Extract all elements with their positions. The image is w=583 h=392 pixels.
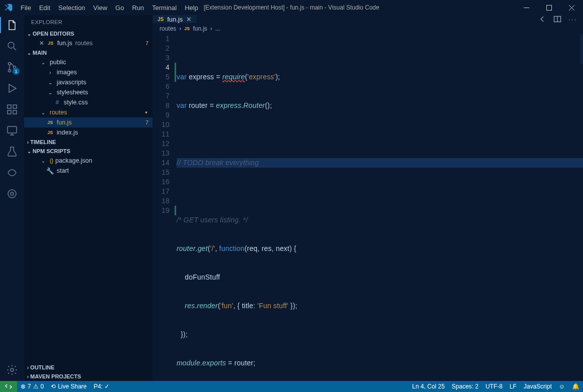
folder-label: images	[57, 69, 77, 76]
menu-run[interactable]: Run	[128, 2, 148, 14]
file-label: package.json	[55, 157, 92, 164]
maximize-button[interactable]	[538, 0, 560, 15]
svg-rect-1	[547, 5, 552, 10]
remote-indicator[interactable]	[0, 381, 17, 392]
svg-rect-7	[8, 110, 11, 114]
svg-rect-8	[13, 110, 17, 114]
svg-point-13	[11, 368, 14, 371]
file-path: routes	[75, 40, 93, 47]
section-maven[interactable]: ›MAVEN PROJECTS	[24, 372, 153, 381]
section-timeline-label: TIMELINE	[30, 139, 56, 145]
npm-script-start[interactable]: 🔧start	[24, 166, 153, 176]
problems-count: 7	[145, 40, 149, 46]
code-lines[interactable]: var express = require('express'); var ro…	[177, 34, 583, 392]
menu-help[interactable]: Help	[181, 2, 202, 14]
liveshare-status[interactable]: ⟲Live Share	[47, 381, 90, 392]
file-funjs[interactable]: JSfun.js7	[24, 117, 153, 127]
settings-gear-icon[interactable]	[6, 364, 18, 376]
svg-rect-0	[524, 8, 529, 8]
explorer-icon[interactable]	[6, 19, 18, 31]
problems-count: 7	[145, 119, 149, 125]
folder-routes[interactable]: ⌄routes•	[24, 107, 153, 117]
git-add-marker	[175, 63, 176, 82]
svg-rect-10	[8, 126, 17, 133]
close-tab-icon[interactable]: ✕	[186, 16, 192, 23]
close-button[interactable]	[560, 0, 583, 15]
npm-package-json[interactable]: ⌄{}package.json	[24, 156, 153, 166]
js-file-icon: JS	[158, 17, 164, 22]
window-title: [Extension Development Host] - fun.js - …	[204, 4, 379, 11]
source-control-icon[interactable]: 1	[6, 61, 18, 73]
code-editor[interactable]: 1234 5678 9101112 13141516 171819 var ex…	[153, 34, 583, 392]
close-file-icon[interactable]: ✕	[39, 40, 44, 47]
chevron-down-icon: ⌄	[46, 78, 54, 86]
git-add-marker	[175, 206, 176, 215]
svg-point-11	[8, 190, 16, 198]
go-back-icon[interactable]	[538, 15, 546, 23]
run-debug-icon[interactable]	[6, 82, 18, 94]
folder-javascripts[interactable]: ⌄javascripts	[24, 77, 153, 87]
menu-go[interactable]: Go	[112, 2, 127, 14]
extensions-icon[interactable]	[6, 103, 18, 115]
section-maven-label: MAVEN PROJECTS	[30, 373, 81, 379]
menu-bar: File Edit Selection View Go Run Terminal…	[17, 2, 202, 14]
section-timeline[interactable]: ›TIMELINE	[24, 138, 153, 147]
chevron-down-icon: ⌄	[39, 157, 47, 165]
svg-rect-9	[13, 105, 17, 108]
folder-label: stylesheets	[57, 89, 88, 96]
menu-terminal[interactable]: Terminal	[149, 2, 180, 14]
more-actions-icon[interactable]: ···	[568, 16, 577, 23]
file-stylecss[interactable]: #style.css	[24, 97, 153, 107]
line-gutter: 1234 5678 9101112 13141516 171819	[153, 34, 177, 392]
breadcrumb-seg[interactable]: fun.js	[193, 25, 207, 32]
section-main[interactable]: ⌄MAIN	[24, 48, 153, 57]
title-bar: File Edit Selection View Go Run Terminal…	[0, 0, 583, 15]
folder-images[interactable]: ›images	[24, 67, 153, 77]
svg-point-3	[9, 63, 11, 65]
chevron-down-icon: ⌄	[46, 88, 54, 96]
folder-public[interactable]: ⌄public	[24, 57, 153, 67]
folder-label: public	[50, 59, 66, 66]
menu-selection[interactable]: Selection	[55, 2, 88, 14]
section-npm-label: NPM SCRIPTS	[33, 148, 70, 154]
file-label: fun.js	[57, 40, 72, 47]
breadcrumbs[interactable]: routes› JS fun.js› ...	[153, 23, 583, 34]
share-icon[interactable]	[6, 167, 18, 179]
search-icon[interactable]	[6, 40, 18, 52]
activity-bar: 1	[0, 15, 24, 381]
folder-stylesheets[interactable]: ⌄stylesheets	[24, 87, 153, 97]
p4-status[interactable]: P4: ✓	[90, 381, 113, 392]
minimap[interactable]	[580, 34, 583, 64]
open-editor-item[interactable]: ✕ JS fun.js routes 7	[24, 38, 153, 48]
split-editor-icon[interactable]	[553, 15, 561, 23]
remote-explorer-icon[interactable]	[6, 124, 18, 137]
section-npm-scripts[interactable]: ⌄NPM SCRIPTS	[24, 147, 153, 156]
target-icon[interactable]	[6, 188, 18, 200]
tab-label: fun.js	[167, 16, 183, 23]
warning-icon: ⚠	[33, 383, 39, 390]
file-label: style.css	[64, 99, 88, 106]
breadcrumb-seg[interactable]: routes	[160, 25, 176, 32]
menu-edit[interactable]: Edit	[36, 2, 54, 14]
menu-view[interactable]: View	[90, 2, 111, 14]
js-file-icon: JS	[47, 39, 55, 47]
breadcrumb-seg[interactable]: ...	[215, 25, 220, 32]
js-file-icon: JS	[184, 26, 190, 31]
section-outline[interactable]: ›OUTLINE	[24, 363, 153, 372]
chevron-down-icon: ⌄	[39, 58, 47, 66]
menu-file[interactable]: File	[17, 2, 35, 14]
section-open-editors[interactable]: ⌄OPEN EDITORS	[24, 29, 153, 38]
section-open-editors-label: OPEN EDITORS	[33, 31, 74, 37]
minimize-button[interactable]	[515, 0, 538, 15]
liveshare-icon: ⟲	[51, 383, 56, 390]
testing-icon[interactable]	[6, 146, 18, 158]
chevron-right-icon: ›	[46, 68, 54, 76]
problems-status[interactable]: ⊗7⚠0	[17, 381, 47, 392]
tab-funjs[interactable]: JS fun.js ✕	[153, 15, 197, 23]
scm-badge: 1	[13, 68, 20, 75]
svg-rect-6	[8, 105, 11, 108]
file-indexjs[interactable]: JSindex.js	[24, 127, 153, 138]
svg-point-12	[11, 192, 14, 195]
chevron-down-icon: ⌄	[39, 108, 47, 116]
editor-area: JS fun.js ✕ ··· routes› JS fun.js› ... 1…	[153, 15, 583, 381]
